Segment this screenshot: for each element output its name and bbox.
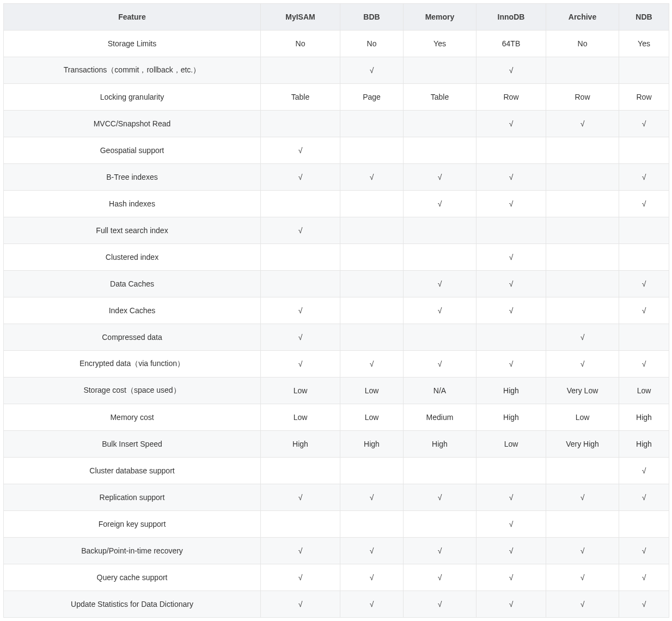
value-cell xyxy=(546,217,619,244)
value-cell xyxy=(340,111,404,137)
value-cell xyxy=(404,111,476,137)
value-cell: No xyxy=(261,31,340,57)
value-cell: Yes xyxy=(404,31,476,57)
value-cell: √ xyxy=(619,164,669,191)
value-cell xyxy=(476,324,546,351)
col-header-ndb: NDB xyxy=(619,4,669,31)
table-row: Storage LimitsNoNoYes64TBNoYes xyxy=(4,31,669,57)
feature-cell: Geospatial support xyxy=(4,137,261,164)
value-cell: √ xyxy=(261,217,340,244)
value-cell xyxy=(404,244,476,271)
value-cell: √ xyxy=(340,164,404,191)
value-cell xyxy=(546,297,619,324)
value-cell xyxy=(340,297,404,324)
value-cell: √ xyxy=(476,511,546,538)
feature-cell: Transactions（commit，rollback，etc.） xyxy=(4,57,261,84)
table-row: Locking granularityTablePageTableRowRowR… xyxy=(4,84,669,111)
table-row: Foreign key support√ xyxy=(4,511,669,538)
table-row: Data Caches√√√ xyxy=(4,271,669,297)
value-cell: N/A xyxy=(404,378,476,404)
value-cell: Low xyxy=(340,378,404,404)
value-cell: √ xyxy=(476,564,546,591)
table-header: Feature MyISAM BDB Memory InnoDB Archive… xyxy=(4,4,669,31)
table-row: Cluster database support√ xyxy=(4,458,669,484)
value-cell: High xyxy=(261,431,340,458)
table-row: Bulk Insert SpeedHighHighHighLowVery Hig… xyxy=(4,431,669,458)
value-cell: √ xyxy=(261,297,340,324)
value-cell: √ xyxy=(340,484,404,511)
value-cell xyxy=(476,458,546,484)
value-cell xyxy=(404,137,476,164)
value-cell: √ xyxy=(619,297,669,324)
value-cell: Low xyxy=(619,378,669,404)
value-cell xyxy=(546,164,619,191)
value-cell xyxy=(261,458,340,484)
feature-cell: Cluster database support xyxy=(4,458,261,484)
table-row: MVCC/Snapshot Read√√√ xyxy=(4,111,669,137)
col-header-archive: Archive xyxy=(546,4,619,31)
value-cell xyxy=(476,137,546,164)
value-cell: Medium xyxy=(404,404,476,431)
value-cell: Table xyxy=(404,84,476,111)
value-cell xyxy=(404,511,476,538)
value-cell: √ xyxy=(476,57,546,84)
value-cell xyxy=(340,191,404,217)
value-cell: High xyxy=(340,431,404,458)
value-cell: √ xyxy=(546,351,619,378)
feature-cell: MVCC/Snapshot Read xyxy=(4,111,261,137)
value-cell xyxy=(340,271,404,297)
value-cell: √ xyxy=(404,297,476,324)
value-cell: √ xyxy=(404,484,476,511)
value-cell xyxy=(404,324,476,351)
feature-cell: Index Caches xyxy=(4,297,261,324)
table-row: Storage cost（space used）LowLowN/AHighVer… xyxy=(4,378,669,404)
value-cell: √ xyxy=(261,484,340,511)
value-cell: √ xyxy=(619,191,669,217)
value-cell: √ xyxy=(340,564,404,591)
value-cell xyxy=(619,324,669,351)
value-cell: √ xyxy=(476,191,546,217)
value-cell xyxy=(340,137,404,164)
value-cell: √ xyxy=(404,564,476,591)
value-cell: √ xyxy=(546,324,619,351)
value-cell: √ xyxy=(261,591,340,618)
value-cell: √ xyxy=(261,324,340,351)
value-cell xyxy=(340,217,404,244)
value-cell: √ xyxy=(476,297,546,324)
value-cell: √ xyxy=(340,591,404,618)
col-header-feature: Feature xyxy=(4,4,261,31)
feature-cell: B-Tree indexes xyxy=(4,164,261,191)
value-cell: √ xyxy=(619,564,669,591)
value-cell: √ xyxy=(261,564,340,591)
table-row: Clustered index√ xyxy=(4,244,669,271)
table-row: B-Tree indexes√√√√√ xyxy=(4,164,669,191)
value-cell: √ xyxy=(619,484,669,511)
value-cell: √ xyxy=(476,351,546,378)
value-cell: √ xyxy=(546,111,619,137)
feature-cell: Clustered index xyxy=(4,244,261,271)
value-cell: Page xyxy=(340,84,404,111)
table-row: Backup/Point-in-time recovery√√√√√√ xyxy=(4,538,669,564)
feature-cell: Storage Limits xyxy=(4,31,261,57)
value-cell xyxy=(404,458,476,484)
value-cell: √ xyxy=(261,351,340,378)
feature-cell: Memory cost xyxy=(4,404,261,431)
value-cell: √ xyxy=(476,538,546,564)
value-cell: √ xyxy=(404,271,476,297)
value-cell: √ xyxy=(261,538,340,564)
feature-cell: Encrypted data（via function） xyxy=(4,351,261,378)
value-cell xyxy=(546,511,619,538)
feature-cell: Replication support xyxy=(4,484,261,511)
value-cell: √ xyxy=(261,164,340,191)
value-cell xyxy=(404,57,476,84)
value-cell xyxy=(619,244,669,271)
feature-comparison-table: Feature MyISAM BDB Memory InnoDB Archive… xyxy=(3,3,669,618)
value-cell: √ xyxy=(340,351,404,378)
value-cell xyxy=(619,137,669,164)
value-cell: Low xyxy=(476,431,546,458)
table-row: Memory costLowLowMediumHighLowHigh xyxy=(4,404,669,431)
col-header-memory: Memory xyxy=(404,4,476,31)
value-cell xyxy=(261,271,340,297)
value-cell xyxy=(404,217,476,244)
value-cell: √ xyxy=(619,111,669,137)
